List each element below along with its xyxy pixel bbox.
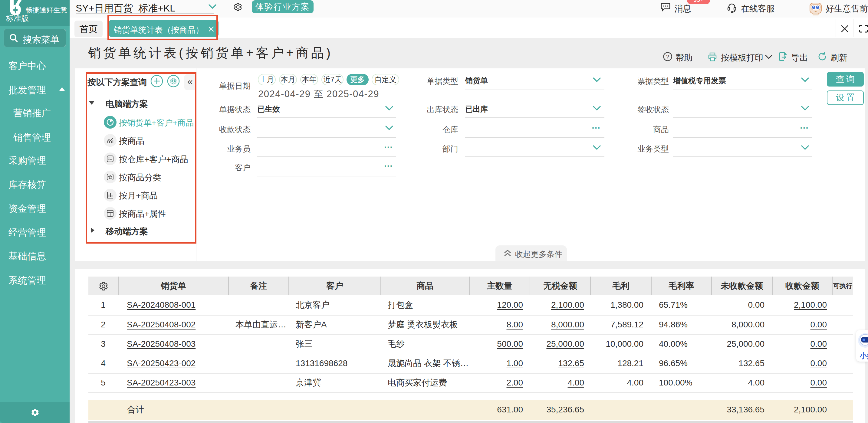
svg-text:?: ? xyxy=(666,54,669,60)
